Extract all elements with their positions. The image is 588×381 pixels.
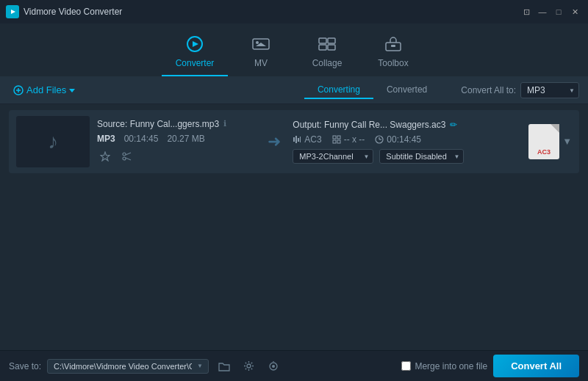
format-select-wrapper: MP3 MP4 AC3 AAC [520,82,579,98]
merge-checkbox[interactable] [401,361,411,371]
save-path-select[interactable]: C:\Vidmore\Vidmore Video Converter\Conve… [47,359,209,374]
edit-icon[interactable]: ✏ [450,120,457,130]
cut-button[interactable] [119,150,135,165]
svg-rect-23 [295,136,297,143]
svg-point-19 [123,157,126,160]
app-icon [6,5,19,18]
maximize-btn[interactable]: □ [551,4,566,19]
app-title: Vidmore Video Converter [24,7,519,17]
bottom-bar: Save to: C:\Vidmore\Vidmore Video Conver… [0,350,588,381]
output-controls-row: MP3-2Channel MP3-Stereo MP3-Mono Subtitl… [293,149,515,164]
file-item: ♪ Source: Funny Cal...ggers.mp3 ℹ MP3 00… [9,110,579,173]
svg-marker-17 [101,152,110,161]
tab-collage[interactable]: Collage [294,29,360,76]
tab-toolbox[interactable]: Toolbox [360,29,426,76]
svg-rect-28 [333,140,336,143]
svg-rect-7 [319,38,326,43]
add-files-button[interactable]: Add Files [9,81,79,98]
scissors-icon [122,151,132,162]
svg-rect-27 [337,136,340,139]
svg-rect-9 [319,45,326,50]
svg-rect-10 [328,45,335,50]
format-select[interactable]: MP3 MP4 AC3 AAC [520,82,579,98]
preferences-button[interactable] [264,358,283,374]
file-icon-box: AC3 [528,124,559,159]
toolbox-icon [384,36,403,55]
output-duration: 00:14:45 [387,134,421,145]
output-format: AC3 [304,134,321,145]
svg-rect-25 [300,137,301,142]
add-files-label: Add Files [26,84,66,95]
save-path-wrapper: C:\Vidmore\Vidmore Video Converter\Conve… [47,359,209,374]
output-header: Output: Funny Call Re... Swaggers.ac3 ✏ [293,120,515,130]
svg-line-21 [126,158,131,160]
folder-icon [218,361,230,371]
file-actions-row [97,150,256,165]
tab-bar: Converter MV Collage [0,23,588,76]
output-resolution: -- x -- [344,134,365,145]
enhance-button[interactable] [97,150,113,165]
output-duration-item: 00:14:45 [375,134,421,145]
source-label: Source: Funny Cal...ggers.mp3 [97,119,219,129]
tab-mv[interactable]: MV [228,29,294,76]
svg-rect-12 [391,45,395,47]
main-content: ♪ Source: Funny Cal...ggers.mp3 ℹ MP3 00… [0,104,588,350]
merge-label: Merge into one file [415,361,487,371]
audio-channel-wrapper: MP3-2Channel MP3-Stereo MP3-Mono [293,149,373,164]
close-btn[interactable]: ✕ [567,4,582,19]
svg-marker-3 [193,41,198,47]
subtitle-select[interactable]: Subtitle Disabled Subtitle Enabled [379,149,464,164]
minimize-btn[interactable]: — [535,4,550,19]
svg-rect-24 [298,138,299,142]
preferences-icon [268,361,279,371]
tab-collage-label: Collage [312,58,343,68]
svg-point-5 [256,41,259,44]
svg-rect-22 [293,137,295,142]
svg-marker-16 [69,89,75,92]
svg-rect-8 [328,38,335,43]
converter-icon [185,36,204,55]
clock-icon [375,135,384,144]
svg-line-20 [126,153,131,155]
svg-rect-26 [333,136,336,139]
music-note-icon: ♪ [48,130,58,153]
settings-button[interactable] [240,358,258,374]
tab-converter[interactable]: Converter [162,29,228,76]
convert-arrow: ➜ [263,132,285,151]
title-bar: Vidmore Video Converter ⊡ — □ ✕ [0,0,588,23]
converting-tab[interactable]: Converting [304,81,373,99]
audio-channel-select[interactable]: MP3-2Channel MP3-Stereo MP3-Mono [293,149,373,164]
output-file-dropdown-arrow[interactable]: ▼ [562,136,572,147]
file-thumbnail: ♪ [16,116,90,167]
monitor-btn[interactable]: ⊡ [519,4,534,19]
svg-point-33 [247,364,251,368]
file-corner [551,124,559,133]
audio-icon [293,135,301,144]
converted-tab[interactable]: Converted [373,81,440,99]
convert-all-to-label: Convert All to: [461,85,516,95]
file-duration: 00:14:45 [124,134,159,144]
convert-all-button[interactable]: Convert All [493,355,579,377]
file-meta-row: MP3 00:14:45 20.27 MB [97,134,256,144]
save-to-label: Save to: [9,361,41,371]
convert-tabs: Converting Converted [304,81,440,99]
convert-all-to-section: Convert All to: MP3 MP4 AC3 AAC [461,82,579,98]
file-info: Source: Funny Cal...ggers.mp3 ℹ MP3 00:1… [97,119,256,165]
file-source-row: Source: Funny Cal...ggers.mp3 ℹ [97,119,256,129]
add-files-dropdown-icon [69,87,75,93]
merge-checkbox-label[interactable]: Merge into one file [401,361,487,371]
info-icon[interactable]: ℹ [223,119,226,128]
toolbar: Add Files Converting Converted Convert A… [0,76,588,104]
output-resolution-item: -- x -- [332,134,365,145]
settings-icon [243,360,254,371]
resolution-icon [332,135,341,144]
svg-rect-29 [337,140,340,143]
tab-converter-label: Converter [176,58,215,68]
subtitle-wrapper: Subtitle Disabled Subtitle Enabled [379,149,464,164]
enhance-icon [100,151,110,162]
output-format-item: AC3 [293,134,321,145]
output-label: Output: Funny Call Re... Swaggers.ac3 [293,120,445,130]
open-folder-button[interactable] [215,358,234,374]
plus-circle-icon [13,85,24,95]
svg-point-18 [123,153,126,156]
